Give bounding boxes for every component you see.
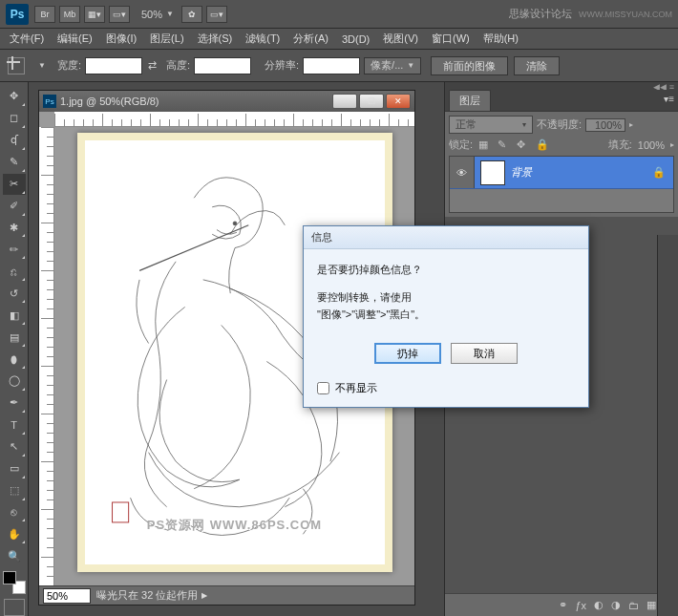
dont-show-checkbox[interactable] bbox=[317, 382, 329, 394]
3d-camera-tool[interactable]: ⎋ bbox=[3, 502, 26, 523]
swap-icon[interactable]: ⇄ bbox=[148, 59, 157, 72]
layer-mask-icon[interactable]: ◐ bbox=[594, 599, 604, 611]
crop-tool[interactable]: ✂ bbox=[3, 174, 26, 195]
healing-tool[interactable]: ✱ bbox=[3, 218, 26, 239]
lock-transparency-icon[interactable]: ▦ bbox=[478, 138, 492, 152]
panel-menu-icon[interactable]: ▾≡ bbox=[664, 94, 674, 104]
brand-url: WWW.MISSYUAN.COM bbox=[579, 10, 672, 19]
quick-select-tool[interactable]: ✎ bbox=[3, 152, 26, 173]
type-tool[interactable]: T bbox=[3, 414, 26, 435]
menu-filter[interactable]: 滤镜(T) bbox=[245, 32, 280, 46]
layer-name[interactable]: 背景 bbox=[511, 165, 652, 180]
dialog-titlebar[interactable]: 信息 bbox=[304, 226, 588, 249]
status-zoom-input[interactable]: 50% bbox=[43, 588, 91, 604]
unit-value: 像素/... bbox=[371, 58, 403, 73]
ruler-vertical[interactable] bbox=[39, 127, 54, 585]
discard-button[interactable]: 扔掉 bbox=[374, 343, 441, 364]
app-topbar: Ps Br Mb ▦▾ ▭▾ 50% ▼ ✿ ▭▾ 思缘设计论坛 WWW.MIS… bbox=[0, 0, 678, 29]
marquee-tool[interactable]: ◻ bbox=[3, 108, 26, 129]
menu-image[interactable]: 图像(I) bbox=[106, 32, 137, 46]
info-dialog: 信息 是否要扔掉颜色信息？ 要控制转换，请使用 "图像">"调整">"黑白"。 … bbox=[303, 225, 589, 408]
pen-tool[interactable]: ✒ bbox=[3, 393, 26, 414]
document-titlebar[interactable]: Ps 1.jpg @ 50%(RGB/8) — ☐ ✕ bbox=[39, 91, 414, 112]
brush-tool[interactable]: ✏ bbox=[3, 239, 26, 260]
resolution-unit-select[interactable]: 像素/... ▼ bbox=[364, 57, 421, 74]
minibridge-button[interactable]: Mb bbox=[59, 6, 80, 23]
new-layer-icon[interactable]: ▦ bbox=[646, 599, 656, 611]
blur-tool[interactable]: ⬮ bbox=[3, 349, 26, 370]
extras-button[interactable]: ▭▾ bbox=[206, 6, 227, 23]
menu-edit[interactable]: 编辑(E) bbox=[57, 32, 93, 46]
eyedropper-tool[interactable]: ✐ bbox=[3, 196, 26, 217]
svg-point-0 bbox=[233, 222, 237, 225]
history-brush-tool[interactable]: ↺ bbox=[3, 283, 26, 304]
lock-pixels-icon[interactable]: ✎ bbox=[498, 138, 511, 152]
screen-mode-button[interactable]: ▭▾ bbox=[109, 6, 130, 23]
minimize-button[interactable]: — bbox=[332, 94, 357, 109]
menu-view[interactable]: 视图(V) bbox=[383, 32, 418, 46]
link-layers-icon[interactable]: ⚭ bbox=[559, 599, 567, 611]
menu-3d[interactable]: 3D(D) bbox=[342, 33, 370, 45]
brand-area: 思缘设计论坛 WWW.MISSYUAN.COM bbox=[509, 7, 672, 21]
move-tool[interactable]: ✥ bbox=[3, 86, 26, 107]
menu-select[interactable]: 选择(S) bbox=[198, 32, 233, 46]
eraser-tool[interactable]: ◧ bbox=[3, 305, 26, 326]
visibility-toggle[interactable]: 👁 bbox=[450, 157, 475, 188]
status-bar: 50% 曝光只在 32 位起作用 ▶ bbox=[39, 585, 414, 605]
layers-panel: 正常▾ 不透明度: 100%▸ 锁定: ▦ ✎ ✥ 🔒 填充: 100%▸ 👁 … bbox=[445, 111, 678, 217]
adjustment-layer-icon[interactable]: ◑ bbox=[611, 599, 621, 611]
quick-mask-toggle[interactable] bbox=[4, 599, 25, 616]
dialog-buttons: 扔掉 取消 bbox=[304, 335, 588, 375]
zoom-tool[interactable]: 🔍 bbox=[3, 545, 26, 566]
layer-thumbnail[interactable] bbox=[480, 160, 505, 185]
menu-file[interactable]: 文件(F) bbox=[10, 32, 44, 46]
layer-row-background[interactable]: 👁 背景 🔒 bbox=[450, 157, 673, 189]
crop-tool-icon[interactable] bbox=[8, 57, 25, 74]
status-menu-arrow[interactable]: ▶ bbox=[201, 591, 207, 600]
zoom-selector[interactable]: 50% ▼ bbox=[141, 9, 174, 20]
menu-help[interactable]: 帮助(H) bbox=[483, 32, 519, 46]
color-swatch[interactable] bbox=[3, 571, 26, 594]
menu-layer[interactable]: 图层(L) bbox=[150, 32, 183, 46]
hand-tool-button[interactable]: ✿ bbox=[181, 6, 202, 23]
zoom-value: 50% bbox=[141, 9, 162, 20]
front-image-button[interactable]: 前面的图像 bbox=[431, 56, 508, 75]
3d-tool[interactable]: ⬚ bbox=[3, 480, 26, 501]
lasso-tool[interactable]: ʠ bbox=[3, 130, 26, 151]
status-text: 曝光只在 32 位起作用 bbox=[96, 588, 198, 603]
close-button[interactable]: ✕ bbox=[386, 94, 411, 109]
layer-style-icon[interactable]: ƒx bbox=[575, 600, 586, 611]
width-label: 宽度: bbox=[57, 58, 81, 73]
menu-analysis[interactable]: 分析(A) bbox=[293, 32, 328, 46]
layer-group-icon[interactable]: 🗀 bbox=[628, 600, 639, 611]
blend-mode-select[interactable]: 正常▾ bbox=[449, 116, 533, 134]
menu-window[interactable]: 窗口(W) bbox=[432, 32, 470, 46]
dodge-tool[interactable]: ◯ bbox=[3, 371, 26, 392]
layers-footer: ⚭ ƒx ◐ ◑ 🗀 ▦ 🗑 bbox=[445, 593, 678, 616]
panel-collapse-bar[interactable]: ◀◀ ≡ bbox=[445, 82, 678, 90]
maximize-button[interactable]: ☐ bbox=[359, 94, 384, 109]
stamp-tool[interactable]: ⎌ bbox=[3, 261, 26, 282]
shape-tool[interactable]: ▭ bbox=[3, 458, 26, 479]
width-input[interactable] bbox=[85, 57, 142, 74]
clear-button[interactable]: 清除 bbox=[514, 56, 560, 75]
cancel-button[interactable]: 取消 bbox=[451, 343, 518, 364]
ps-doc-icon: Ps bbox=[43, 95, 56, 108]
fill-input[interactable]: 100% bbox=[638, 139, 665, 151]
hand-tool[interactable]: ✋ bbox=[3, 523, 26, 544]
collapsed-dock[interactable] bbox=[657, 235, 678, 616]
tool-preset-arrow[interactable]: ▼ bbox=[38, 61, 46, 70]
bridge-button[interactable]: Br bbox=[34, 6, 55, 23]
opacity-input[interactable]: 100% bbox=[585, 118, 625, 132]
arrange-docs-button[interactable]: ▦▾ bbox=[84, 6, 105, 23]
layers-tab[interactable]: 图层 bbox=[449, 90, 491, 111]
path-select-tool[interactable]: ↖ bbox=[3, 436, 26, 457]
height-input[interactable] bbox=[194, 57, 251, 74]
lock-all-icon[interactable]: 🔒 bbox=[536, 138, 549, 152]
lock-position-icon[interactable]: ✥ bbox=[517, 138, 530, 152]
gradient-tool[interactable]: ▤ bbox=[3, 327, 26, 348]
opacity-label: 不透明度: bbox=[537, 117, 582, 132]
brand-text: 思缘设计论坛 bbox=[509, 8, 572, 19]
resolution-input[interactable] bbox=[303, 57, 360, 74]
ruler-horizontal[interactable] bbox=[54, 112, 414, 127]
